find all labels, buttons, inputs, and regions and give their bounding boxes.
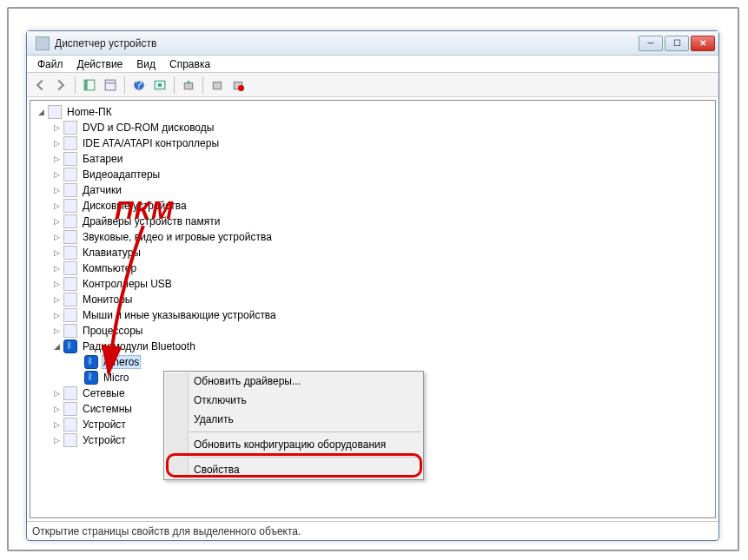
bluetooth-icon bbox=[84, 355, 98, 369]
statusbar: Открытие страницы свойств для выделенног… bbox=[27, 521, 718, 540]
maximize-button[interactable]: ☐ bbox=[665, 36, 689, 51]
svg-rect-2 bbox=[105, 80, 116, 90]
ctx-update-drivers[interactable]: Обновить драйверы... bbox=[164, 372, 423, 391]
svg-rect-8 bbox=[184, 82, 192, 89]
display-icon bbox=[63, 168, 77, 181]
keyboard-icon bbox=[63, 246, 77, 260]
menu-file[interactable]: Файл bbox=[30, 56, 70, 72]
memory-icon bbox=[63, 214, 77, 228]
dvd-icon bbox=[63, 121, 77, 135]
cpu-icon bbox=[63, 324, 77, 338]
status-text: Открытие страницы свойств для выделенног… bbox=[32, 525, 301, 537]
expand-icon[interactable]: ▷ bbox=[51, 154, 62, 164]
tree-category[interactable]: ▷Видеоадаптеры bbox=[30, 167, 715, 182]
expand-icon[interactable]: ▷ bbox=[51, 201, 62, 211]
expand-icon[interactable]: ▷ bbox=[51, 216, 62, 227]
ctx-scan-hardware[interactable]: Обновить конфигурацию оборудования bbox=[164, 435, 423, 454]
expand-icon[interactable]: ▷ bbox=[51, 294, 62, 305]
ctx-delete[interactable]: Удалить bbox=[164, 410, 423, 429]
svg-rect-9 bbox=[213, 82, 221, 89]
svg-rect-1 bbox=[84, 80, 88, 90]
svg-point-11 bbox=[238, 85, 244, 91]
update-driver-button[interactable] bbox=[179, 76, 198, 95]
collapse-icon[interactable]: ◢ bbox=[36, 107, 46, 117]
titlebar[interactable]: Диспетчер устройств ─ ☐ ✕ bbox=[27, 31, 718, 56]
blank-expander bbox=[72, 357, 83, 367]
toolbar-separator bbox=[124, 76, 125, 94]
expand-icon[interactable]: ▷ bbox=[51, 122, 62, 133]
tree-category-bluetooth[interactable]: ◢Радиомодули Bluetooth bbox=[30, 339, 715, 354]
expand-icon[interactable]: ▷ bbox=[51, 435, 62, 445]
menu-action[interactable]: Действие bbox=[70, 56, 130, 72]
toolbar: ? bbox=[27, 73, 718, 97]
expand-icon[interactable]: ▷ bbox=[51, 419, 62, 430]
toolbar-separator bbox=[202, 76, 203, 94]
tree-category[interactable]: ▷Компьютер bbox=[30, 260, 715, 276]
tree-category[interactable]: ▷Мыши и иные указывающие устройства bbox=[30, 307, 715, 323]
menu-help[interactable]: Справка bbox=[162, 56, 217, 72]
expand-icon[interactable]: ▷ bbox=[51, 263, 62, 273]
tree-device-atheros[interactable]: Atheros bbox=[30, 354, 715, 370]
tree-category[interactable]: ▷Дисковые устройства bbox=[30, 198, 715, 214]
selected-device-label: Atheros bbox=[102, 355, 141, 369]
expand-icon[interactable]: ▷ bbox=[51, 232, 62, 242]
usb-icon bbox=[63, 277, 77, 291]
ctx-disable[interactable]: Отключить bbox=[164, 391, 423, 410]
uninstall-button[interactable] bbox=[208, 76, 227, 95]
close-button[interactable]: ✕ bbox=[691, 36, 715, 51]
context-menu-separator bbox=[190, 457, 421, 458]
tree-category[interactable]: ▷Мониторы bbox=[30, 292, 715, 307]
disable-button[interactable] bbox=[228, 76, 248, 95]
ide-icon bbox=[63, 136, 77, 150]
network-icon bbox=[63, 386, 77, 400]
tree-category[interactable]: ▷Датчики bbox=[30, 182, 715, 198]
tree-root[interactable]: ◢Home-ПК bbox=[30, 104, 715, 120]
svg-text:?: ? bbox=[136, 79, 142, 91]
scan-button[interactable] bbox=[150, 76, 169, 95]
expand-icon[interactable]: ▷ bbox=[51, 185, 62, 195]
bluetooth-icon bbox=[84, 371, 98, 385]
mouse-icon bbox=[63, 308, 77, 322]
tree-category[interactable]: ▷Контроллеры USB bbox=[30, 276, 715, 292]
tree-category[interactable]: ▷Клавиатуры bbox=[30, 245, 715, 260]
ctx-properties[interactable]: Свойства bbox=[164, 460, 423, 479]
expand-icon[interactable]: ▷ bbox=[51, 247, 62, 258]
computer-icon bbox=[48, 105, 62, 119]
imaging-icon bbox=[63, 433, 77, 447]
tree-category[interactable]: ▷Процессоры bbox=[30, 323, 715, 339]
hid-icon bbox=[63, 418, 77, 432]
expand-icon[interactable]: ▷ bbox=[51, 169, 62, 180]
disk-icon bbox=[63, 199, 77, 213]
help-button[interactable]: ? bbox=[129, 76, 149, 95]
back-button[interactable] bbox=[30, 76, 50, 95]
collapse-icon[interactable]: ◢ bbox=[51, 341, 62, 352]
audio-icon bbox=[63, 230, 77, 244]
bluetooth-icon bbox=[63, 339, 77, 353]
context-menu: Обновить драйверы... Отключить Удалить О… bbox=[163, 371, 424, 480]
app-icon bbox=[36, 36, 50, 50]
expand-icon[interactable]: ▷ bbox=[51, 388, 62, 399]
forward-button[interactable] bbox=[51, 76, 70, 95]
properties-button[interactable] bbox=[101, 76, 120, 95]
expand-icon[interactable]: ▷ bbox=[51, 326, 62, 336]
sensor-icon bbox=[63, 183, 77, 197]
computer-icon bbox=[63, 261, 77, 275]
monitor-icon bbox=[63, 293, 77, 306]
blank-expander bbox=[72, 372, 83, 383]
minimize-button[interactable]: ─ bbox=[639, 36, 663, 51]
tree-category[interactable]: ▷Батареи bbox=[30, 151, 715, 167]
toolbar-separator bbox=[174, 76, 175, 94]
expand-icon[interactable]: ▷ bbox=[51, 138, 62, 148]
toolbar-separator bbox=[75, 76, 76, 94]
tree-category[interactable]: ▷IDE ATA/ATAPI контроллеры bbox=[30, 135, 715, 151]
tree-category[interactable]: ▷DVD и CD-ROM дисководы bbox=[30, 120, 715, 135]
expand-icon[interactable]: ▷ bbox=[51, 279, 62, 289]
tree-category[interactable]: ▷Звуковые, видео и игровые устройства bbox=[30, 229, 715, 245]
expand-icon[interactable]: ▷ bbox=[51, 404, 62, 414]
show-hidden-button[interactable] bbox=[80, 76, 99, 95]
expand-icon[interactable]: ▷ bbox=[51, 310, 62, 320]
menu-view[interactable]: Вид bbox=[129, 56, 162, 72]
tree-category[interactable]: ▷Драйверы устройств памяти bbox=[30, 214, 715, 229]
menubar: Файл Действие Вид Справка bbox=[27, 56, 718, 73]
battery-icon bbox=[63, 152, 77, 166]
